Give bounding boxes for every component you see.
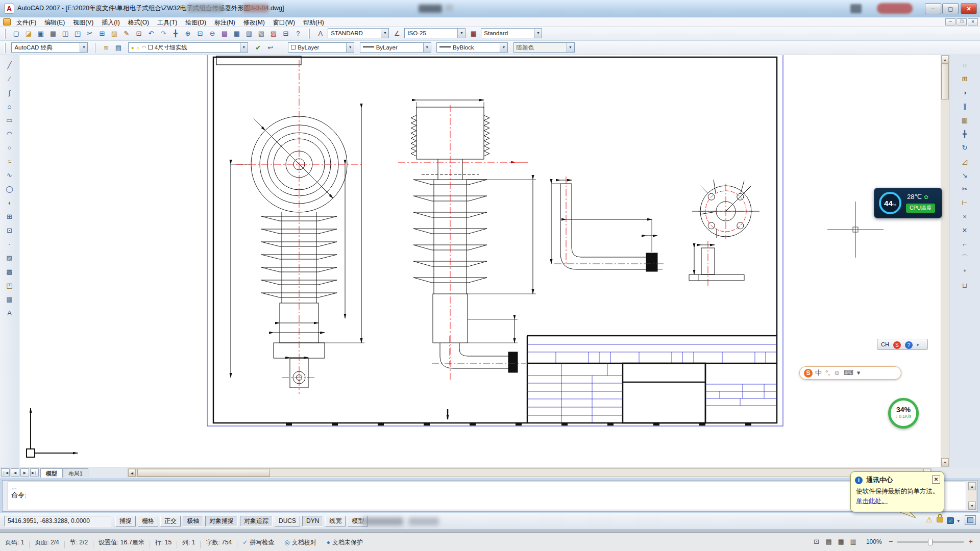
array-icon[interactable]: ▦ (958, 114, 971, 127)
stretch-icon[interactable]: ↘ (958, 169, 971, 182)
chevron-down-icon[interactable]: ▼ (346, 43, 354, 52)
chevron-down-icon[interactable]: ▼ (80, 43, 87, 52)
scroll-down-icon[interactable]: ▼ (968, 502, 976, 510)
sogou-tool-icon[interactable]: ☺ (834, 369, 840, 377)
paste-icon[interactable]: ▨ (108, 28, 120, 39)
cut-icon[interactable]: ✂ (84, 28, 95, 39)
insert-block-icon[interactable]: ⊞ (3, 210, 16, 223)
scrollbar-thumb[interactable] (137, 469, 270, 477)
layer-previous-icon[interactable]: ↩ (264, 42, 276, 54)
undo-icon[interactable]: ↶ (145, 28, 157, 39)
zoom-slider[interactable] (897, 541, 964, 543)
hatch-icon[interactable]: ▨ (3, 252, 16, 265)
associated-standards-icon[interactable]: ✓ (947, 517, 954, 524)
properties-icon[interactable]: ▤ (218, 28, 230, 39)
match-properties-icon[interactable]: ✎ (120, 28, 132, 39)
tab-nav-button[interactable]: ▶ (20, 468, 29, 477)
chamfer-icon[interactable]: ⌐ (958, 238, 971, 251)
quickcalc-icon[interactable]: ⊟ (280, 28, 291, 39)
mdi-minimize-button[interactable]: ─ (945, 18, 955, 26)
line-icon[interactable]: ╱ (3, 59, 16, 72)
menu-item[interactable]: 标注(N) (210, 17, 239, 27)
spline-icon[interactable]: ∿ (3, 169, 16, 182)
open-icon[interactable]: ◪ (22, 28, 34, 39)
sun-icon[interactable]: ☼ (136, 45, 140, 51)
menu-item[interactable]: 视图(V) (69, 17, 97, 27)
menu-item[interactable]: 插入(I) (97, 17, 124, 27)
command-scrollbar[interactable]: ▲ ▼ (968, 482, 976, 510)
toggle-栅格[interactable]: 栅格 (138, 516, 158, 527)
sogou-tool-icon[interactable]: 中 (815, 369, 822, 377)
copy-clip-icon[interactable]: ⊞ (96, 28, 108, 39)
help-badge-icon[interactable]: ? (905, 341, 913, 349)
toggle-对象捕捉[interactable]: 对象捕捉 (205, 516, 238, 527)
toggle-正交[interactable]: 正交 (160, 516, 181, 527)
scroll-up-icon[interactable]: ▲ (941, 56, 949, 64)
workspace-combo[interactable]: AutoCAD 经典▼ (11, 42, 88, 53)
tab-nav-button[interactable]: ◀ (11, 468, 19, 477)
circle-icon[interactable]: ○ (3, 141, 16, 155)
color-combo[interactable]: ByLayer▼ (288, 42, 354, 53)
layer-states-icon[interactable]: ▤ (112, 42, 124, 54)
lock-icon[interactable]: ◠ (142, 45, 146, 51)
qnew-icon[interactable]: ▢ (10, 28, 22, 39)
wps-view-mode-icon[interactable]: ▥ (847, 533, 860, 545)
break-icon[interactable]: ✕ (958, 224, 971, 237)
comm-center-warning-icon[interactable]: ⚠ (926, 515, 933, 524)
toggle-DUCS[interactable]: DUCS (275, 516, 300, 527)
lang-indicator[interactable]: CH (881, 341, 889, 347)
restore-button[interactable]: ▢ (942, 3, 959, 14)
break-point-icon[interactable]: × (958, 210, 971, 223)
scroll-up-icon[interactable]: ▲ (968, 482, 976, 490)
chevron-down-icon[interactable]: ▾ (917, 343, 919, 347)
vertical-scrollbar[interactable]: ▲ ▼ (941, 55, 949, 467)
wps-view-mode-icon[interactable]: ⊡ (811, 533, 823, 545)
copy-icon[interactable]: ⊞ (958, 72, 971, 86)
rectangle-icon[interactable]: ▭ (3, 114, 16, 127)
clean-screen-button[interactable] (965, 515, 976, 525)
balloon-close-button[interactable]: ✕ (932, 475, 940, 484)
network-speed-widget[interactable]: 34% ↓ 0.1K/s (888, 398, 919, 429)
plot-preview-icon[interactable]: ◫ (59, 28, 71, 39)
redo-icon[interactable]: ↷ (157, 28, 169, 39)
tab-nav-button[interactable]: ❘◀ (1, 468, 10, 477)
toolbar-grip[interactable] (281, 43, 282, 53)
zoom-in-button[interactable]: + (969, 537, 973, 545)
mtext-icon[interactable]: A (3, 307, 16, 320)
polyline-icon[interactable]: ʃ (3, 86, 16, 99)
chevron-down-icon[interactable]: ▼ (381, 29, 388, 38)
menu-item[interactable]: 帮助(H) (299, 17, 328, 27)
chevron-down-icon[interactable]: ▼ (240, 43, 248, 52)
scale-icon[interactable]: ◿ (958, 155, 971, 168)
scroll-left-icon[interactable]: ◀ (128, 469, 136, 477)
sheetset-icon[interactable]: ▧ (255, 28, 267, 39)
tab-layout1[interactable]: 布局1 (63, 468, 88, 478)
toolbar-grip[interactable] (94, 43, 95, 53)
chevron-down-icon[interactable]: ▼ (423, 43, 431, 52)
explode-icon[interactable]: * (958, 265, 971, 279)
toggle-DYN[interactable]: DYN (302, 516, 323, 527)
toolbar-grip[interactable] (4, 29, 6, 39)
table-style-combo[interactable]: Standard▼ (481, 28, 542, 38)
join-icon[interactable]: ⊔ (958, 279, 971, 292)
sogou-tool-icon[interactable]: ⌨ (844, 369, 853, 377)
ellipse-arc-icon[interactable]: ◖ (3, 196, 16, 210)
chevron-down-icon[interactable]: ▼ (457, 29, 465, 38)
bulb-icon[interactable]: ● (131, 45, 134, 51)
toggle-对象追踪[interactable]: 对象追踪 (240, 516, 273, 527)
block-editor-icon[interactable]: ⊡ (133, 28, 144, 39)
tool-palettes-icon[interactable]: ▥ (243, 28, 255, 39)
pan-icon[interactable]: ╋ (169, 28, 181, 39)
sogou-tool-icon[interactable]: ▾ (857, 369, 861, 377)
language-bar[interactable]: CH S ? ▾ (877, 339, 928, 350)
command-input[interactable]: ... 命令: (8, 482, 966, 510)
toggle-线宽[interactable]: 线宽 (325, 516, 346, 527)
menu-item[interactable]: 工具(T) (153, 17, 181, 27)
drawing-canvas[interactable] (19, 55, 941, 467)
chevron-down-icon[interactable]: ▼ (534, 29, 542, 38)
point-icon[interactable]: · (3, 238, 16, 251)
wps-view-mode-icon[interactable]: ▤ (823, 533, 835, 545)
extend-icon[interactable]: ⊢ (958, 196, 971, 210)
text-style-combo[interactable]: STANDARD▼ (328, 28, 389, 38)
publish-icon[interactable]: ◳ (71, 28, 83, 39)
